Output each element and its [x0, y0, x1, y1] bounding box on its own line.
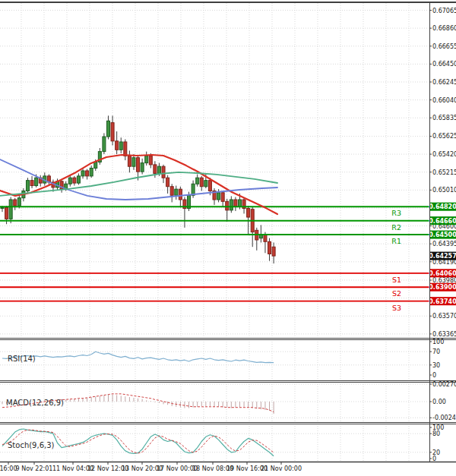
bull-candle-body [192, 184, 195, 195]
bear-candle-body [86, 171, 89, 176]
bear-candle-body [268, 241, 271, 254]
bear-candle-body [116, 141, 119, 150]
panel-borders [0, 2, 456, 462]
price-tick-label: 0.65215 [432, 169, 456, 176]
resistance-label-r1: R1 [391, 237, 401, 245]
bear-candle-body [234, 200, 237, 206]
bear-candle-body [264, 235, 267, 241]
price-tick-label: 0.63570 [432, 313, 456, 320]
main-price-panel: R3R2R1S1S2S3 [0, 115, 429, 311]
macd-indicator-label: MACD(12,26,9) [6, 399, 64, 407]
bear-candle-body [149, 156, 152, 165]
bear-candle-body [73, 178, 76, 183]
bull-candle-body [17, 198, 21, 206]
bull-candle-body [119, 142, 122, 150]
price-tick-label: 0.65010 [432, 187, 456, 194]
bull-candle-body [68, 178, 71, 184]
bear-candle-body [200, 178, 203, 187]
support-label-s3: S3 [392, 304, 401, 312]
price-tick-label: 0.63365 [432, 331, 456, 338]
stoch-indicator-label: Stoch(9,6,3) [8, 441, 55, 449]
current-price-badge-text: 0.64257 [429, 253, 456, 260]
stoch-scale-label: 80 [432, 430, 440, 437]
bear-candle-body [162, 166, 165, 178]
price-tick-label: 0.65835 [432, 115, 456, 121]
bull-candle-body [81, 171, 84, 176]
bull-candle-body [196, 178, 199, 184]
bull-candle-body [157, 166, 160, 173]
ma-green-line [0, 172, 277, 196]
stoch-panel [0, 429, 429, 456]
bull-candle-body [230, 200, 233, 210]
macd-scale-label: -0.002498 [432, 415, 456, 421]
rsi-scale-label: 70 [432, 348, 440, 355]
support-label-s2: S2 [392, 289, 401, 298]
price-tick-label: 0.66655 [432, 43, 456, 50]
time-axis-label: 16:00 [0, 465, 17, 472]
bear-candle-body [137, 158, 140, 172]
macd-scale-label: 0.00 [432, 399, 446, 405]
bear-candle-body [272, 247, 275, 256]
bull-candle-body [90, 169, 93, 176]
price-badge-s1-text: 0.64060 [429, 270, 456, 277]
price-badge-s2-text: 0.63900 [429, 284, 456, 291]
bear-candle-body [208, 181, 211, 191]
resistance-label-r3: R3 [391, 209, 401, 217]
rsi-panel [0, 351, 429, 365]
time-axis-label: 17 Nov 00:00 [157, 465, 198, 472]
bull-candle-body [1, 207, 4, 208]
bull-candle-body [217, 193, 220, 200]
bear-candle-body [5, 207, 8, 219]
bear-candle-body [247, 209, 250, 218]
price-tick-label: 0.66450 [432, 61, 456, 68]
bull-candle-body [103, 137, 106, 152]
bear-candle-body [221, 193, 224, 202]
price-and-time-axes: 0.670650.668600.666550.664500.662450.660… [0, 8, 456, 473]
stoch-scale-label: 0 [432, 456, 436, 462]
rsi-indicator-label: RSI(14) [8, 355, 36, 363]
bull-candle-body [107, 121, 110, 137]
price-tick-label: 0.64395 [432, 241, 456, 247]
bull-candle-body [204, 181, 207, 187]
price-badge-s3-text: 0.63740 [429, 298, 456, 305]
price-tick-label: 0.63980 [432, 277, 456, 284]
price-badge-r3-text: 0.64820 [429, 203, 456, 210]
price-tick-label: 0.65625 [432, 133, 456, 140]
time-axis-label: 9 Nov 22:01 [16, 465, 53, 472]
price-badge-r2-text: 0.64660 [429, 218, 456, 225]
bear-candle-body [124, 142, 127, 156]
price-tick-label: 0.66040 [432, 97, 456, 104]
bull-candle-body [175, 189, 178, 195]
rsi-scale-label: 0 [432, 372, 436, 379]
bull-candle-body [132, 158, 135, 167]
bear-candle-body [179, 189, 182, 200]
grid-lines [0, 3, 429, 461]
price-tick-label: 0.65420 [432, 151, 456, 158]
bull-candle-body [145, 156, 148, 162]
bear-candle-body [30, 181, 33, 186]
trading-chart-window: R3R2R1S1S2S3 0.670650.668600.666550.6645… [0, 0, 456, 476]
support-label-s1: S1 [392, 276, 401, 284]
bear-candle-body [14, 200, 17, 206]
rsi-line [2, 351, 274, 363]
bear-candle-body [128, 156, 131, 166]
bull-candle-body [26, 181, 29, 191]
time-axis-label: 21 Nov 00:00 [261, 465, 302, 472]
price-badge-r1-text: 0.64500 [429, 232, 456, 238]
bull-candle-body [77, 176, 80, 183]
bear-candle-body [166, 178, 169, 187]
resistance-label-r2: R2 [391, 223, 401, 232]
macd-panel [0, 384, 429, 418]
bear-candle-body [154, 165, 157, 174]
bull-candle-body [238, 200, 241, 206]
price-tick-label: 0.67065 [432, 8, 456, 14]
bull-candle-body [94, 162, 97, 168]
bull-candle-body [35, 178, 38, 185]
bear-candle-body [170, 187, 173, 196]
bull-candle-body [141, 163, 144, 172]
candlestick-chart[interactable]: R3R2R1S1S2S3 0.670650.668600.666550.6645… [0, 0, 456, 476]
bear-candle-body [226, 201, 229, 210]
bear-candle-body [111, 123, 114, 141]
bull-candle-body [9, 200, 12, 219]
price-tick-label: 0.66860 [432, 25, 456, 32]
